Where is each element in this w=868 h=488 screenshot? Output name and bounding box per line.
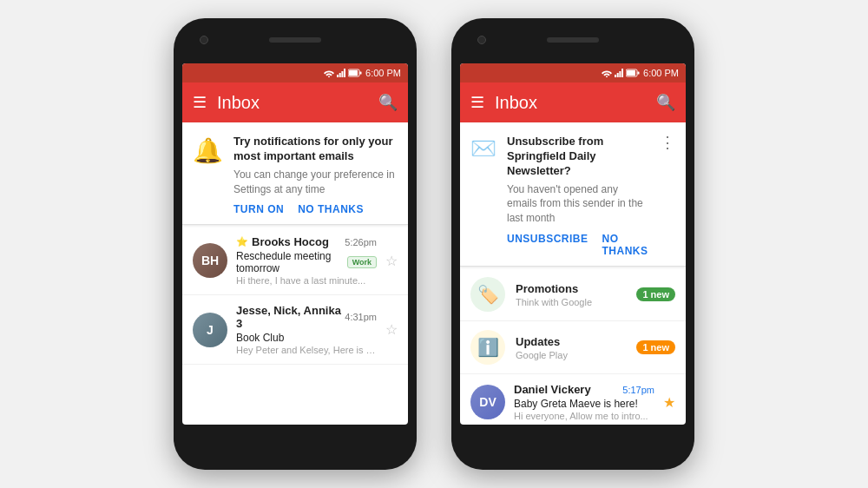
phone-1: 6:00 PM ☰ Inbox 🔍 🔔 Try notifications fo… — [174, 18, 417, 470]
updates-sub: Google Play — [516, 350, 626, 360]
status-time-2: 6:00 PM — [643, 68, 679, 78]
svg-rect-10 — [617, 73, 619, 77]
svg-rect-1 — [337, 75, 339, 77]
work-badge: Work — [347, 256, 377, 268]
camera-1 — [200, 36, 208, 44]
avatar-jesse: J — [193, 313, 227, 347]
updates-row[interactable]: ℹ️ Updates Google Play 1 new — [460, 321, 686, 374]
email-subject-1: Reschedule meeting tomorrow Work — [236, 250, 377, 274]
email-content-2: Jesse, Nick, Annika 3 4:31pm Book Club H… — [236, 304, 377, 355]
search-icon-2[interactable]: 🔍 — [656, 93, 675, 112]
email-subject-2: Book Club — [236, 332, 377, 344]
toolbar-1: ☰ Inbox 🔍 — [182, 82, 408, 122]
signal-icon-2 — [615, 69, 623, 77]
status-bar-1: 6:00 PM — [182, 63, 408, 82]
star-icon-1[interactable]: ☆ — [385, 253, 398, 269]
toolbar-2: ☰ Inbox 🔍 — [460, 82, 686, 122]
camera-2 — [477, 36, 486, 44]
star-icon-daniel[interactable]: ★ — [663, 394, 675, 411]
promotions-row[interactable]: 🏷️ Promotions Think with Google 1 new — [460, 268, 686, 321]
updates-content: Updates Google Play — [516, 335, 626, 360]
svg-point-8 — [606, 76, 608, 78]
signal-icon-1 — [337, 69, 345, 77]
svg-rect-9 — [615, 75, 616, 77]
speaker-1 — [269, 37, 321, 43]
unsubscribe-button[interactable]: UNSUBSCRIBE — [507, 233, 589, 257]
updates-name: Updates — [516, 335, 626, 348]
banner-actions-2: UNSUBSCRIBE NO THANKS — [507, 233, 649, 257]
status-bar-2: 6:00 PM — [460, 63, 686, 82]
email-subject-daniel: Baby Greta Maeve is here! — [514, 398, 654, 410]
sender-star-icon: ⭐ — [236, 236, 248, 247]
promotions-sub: Think with Google — [516, 297, 626, 307]
status-icons-2 — [602, 69, 640, 77]
email-item-1[interactable]: BH ⭐ Brooks Hocog 5:26pm Reschedule meet… — [182, 227, 408, 295]
speaker-2 — [547, 37, 599, 43]
svg-rect-2 — [339, 73, 341, 77]
status-time-1: 6:00 PM — [365, 68, 401, 78]
notification-banner-1: 🔔 Try notifications for only your most i… — [182, 122, 408, 225]
svg-point-0 — [328, 76, 330, 78]
svg-rect-3 — [341, 71, 343, 77]
phone-2: 6:00 PM ☰ Inbox 🔍 ✉️ Unsubscribe from Sp… — [451, 18, 694, 470]
hamburger-icon-1[interactable]: ☰ — [193, 93, 207, 112]
search-icon-1[interactable]: 🔍 — [378, 93, 398, 112]
email-time-1: 5:26pm — [345, 237, 377, 247]
more-options-icon[interactable]: ⋮ — [660, 135, 675, 257]
email-time-2: 4:31pm — [345, 312, 377, 322]
promotions-icon: 🏷️ — [470, 277, 505, 312]
email-time-daniel: 5:17pm — [622, 385, 654, 395]
email-sender-1: ⭐ Brooks Hocog — [236, 235, 329, 248]
updates-badge: 1 new — [636, 340, 675, 354]
banner-actions-1: TURN ON NO THANKS — [233, 203, 398, 215]
bell-icon: 🔔 — [193, 135, 223, 215]
svg-rect-11 — [619, 71, 621, 77]
avatar-brooks: BH — [193, 243, 227, 278]
turn-on-button[interactable]: TURN ON — [233, 203, 284, 215]
battery-icon-1 — [348, 69, 362, 77]
email-content-daniel: Daniel Vickery 5:17pm Baby Greta Maeve i… — [514, 383, 654, 421]
email-preview-1: Hi there, I have a last minute... — [236, 275, 377, 286]
svg-rect-14 — [638, 72, 640, 75]
no-thanks-button-2[interactable]: NO THANKS — [602, 233, 649, 257]
banner-title-1: Try notifications for only your most imp… — [233, 135, 398, 164]
banner-content-2: Unsubscribe from Springfield Daily Newsl… — [507, 135, 649, 257]
battery-icon-2 — [626, 69, 640, 77]
promotions-badge: 1 new — [636, 287, 675, 301]
svg-rect-4 — [344, 69, 345, 77]
no-thanks-button-1[interactable]: NO THANKS — [298, 203, 364, 215]
email-preview-2: Hey Peter and Kelsey, Here is the list..… — [236, 345, 377, 355]
hamburger-icon-2[interactable]: ☰ — [470, 93, 484, 112]
banner-title-2: Unsubscribe from Springfield Daily Newsl… — [507, 135, 649, 179]
email-sender-daniel: Daniel Vickery — [514, 383, 591, 396]
updates-icon: ℹ️ — [470, 330, 505, 365]
inbox-title-1: Inbox — [217, 93, 368, 113]
email-item-daniel[interactable]: DV Daniel Vickery 5:17pm Baby Greta Maev… — [460, 374, 686, 425]
mail-block-icon: ✉️ — [470, 135, 496, 257]
svg-rect-15 — [627, 70, 635, 76]
email-preview-daniel: Hi everyone, Allow me to intro... — [514, 411, 654, 421]
banner-subtitle-2: You haven't opened any emails from this … — [507, 182, 649, 226]
promotions-name: Promotions — [516, 282, 626, 295]
wifi-icon-2 — [602, 69, 612, 77]
status-icons-1 — [324, 69, 362, 77]
email-header-2: Jesse, Nick, Annika 3 4:31pm — [236, 304, 377, 330]
email-header-1: ⭐ Brooks Hocog 5:26pm — [236, 235, 377, 248]
email-sender-2: Jesse, Nick, Annika 3 — [236, 304, 345, 330]
email-header-daniel: Daniel Vickery 5:17pm — [514, 383, 654, 396]
svg-rect-12 — [621, 69, 623, 77]
svg-rect-6 — [360, 72, 362, 75]
svg-rect-7 — [349, 70, 358, 76]
promotions-content: Promotions Think with Google — [516, 282, 626, 307]
phone-screen-1: 6:00 PM ☰ Inbox 🔍 🔔 Try notifications fo… — [182, 63, 408, 425]
banner-subtitle-1: You can change your preference in Settin… — [233, 168, 398, 197]
star-icon-2[interactable]: ☆ — [385, 321, 398, 338]
avatar-daniel: DV — [470, 385, 505, 419]
unsubscribe-banner: ✉️ Unsubscribe from Springfield Daily Ne… — [460, 122, 686, 267]
banner-content-1: Try notifications for only your most imp… — [233, 135, 398, 215]
email-content-1: ⭐ Brooks Hocog 5:26pm Reschedule meeting… — [236, 235, 377, 286]
email-item-2[interactable]: J Jesse, Nick, Annika 3 4:31pm Book Club… — [182, 295, 408, 365]
inbox-title-2: Inbox — [495, 93, 646, 113]
phone-screen-2: 6:00 PM ☰ Inbox 🔍 ✉️ Unsubscribe from Sp… — [460, 63, 686, 425]
wifi-icon-1 — [324, 69, 334, 77]
